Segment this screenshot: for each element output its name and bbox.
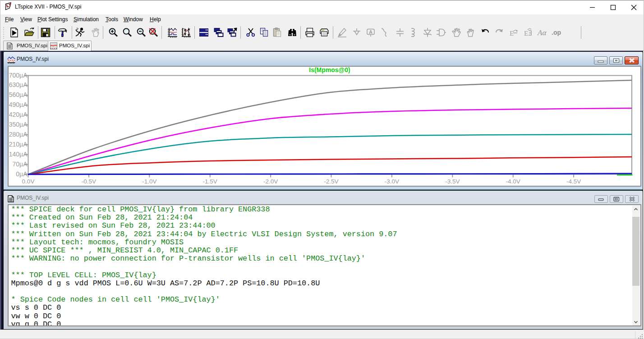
svg-text:0.0V: 0.0V	[22, 178, 35, 185]
svg-text:-4.0V: -4.0V	[506, 178, 520, 185]
svg-text:-3.0V: -3.0V	[385, 178, 399, 185]
svg-text:Aα: Aα	[537, 28, 547, 37]
svg-text:E: E	[524, 30, 528, 37]
svg-text:-1.5V: -1.5V	[203, 178, 217, 185]
svg-text:A: A	[369, 29, 373, 35]
svg-text:-1.0V: -1.0V	[142, 178, 156, 185]
svg-text:-3.5V: -3.5V	[445, 178, 460, 185]
svg-text:Is(Mpmos@0): Is(Mpmos@0)	[309, 67, 350, 73]
svg-text:-4.5V: -4.5V	[566, 178, 581, 185]
svg-text:.op: .op	[552, 29, 561, 36]
svg-text:-0.5V: -0.5V	[82, 178, 96, 185]
svg-text:-2.0V: -2.0V	[263, 178, 278, 185]
svg-text:E: E	[510, 30, 514, 37]
svg-text:-2.5V: -2.5V	[324, 178, 338, 185]
